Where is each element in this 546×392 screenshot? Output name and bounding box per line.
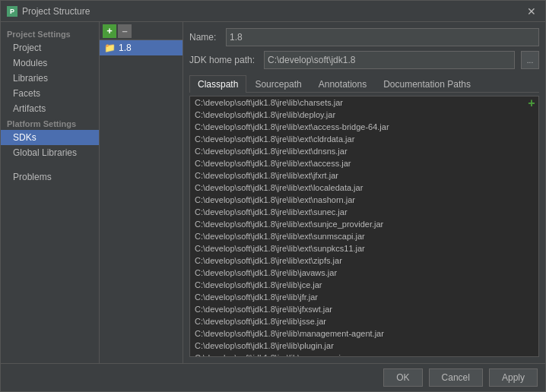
tab-classpath[interactable]: Classpath <box>189 75 246 93</box>
classpath-area: C:\develop\soft\jdk1.8\jre\lib\charsets.… <box>189 96 539 357</box>
platform-settings-label: Platform Settings <box>1 116 99 130</box>
jdk-row: JDK home path: ... <box>189 51 539 69</box>
jdk-path-input[interactable] <box>264 51 515 69</box>
dialog-title: Project Structure <box>22 6 90 17</box>
classpath-item[interactable]: C:\develop\soft\jdk1.8\jre\lib\ext\sunpk… <box>190 242 538 254</box>
classpath-list: C:\develop\soft\jdk1.8\jre\lib\charsets.… <box>189 96 539 357</box>
classpath-item[interactable]: C:\develop\soft\jdk1.8\jre\lib\jce.jar <box>190 279 538 291</box>
classpath-item[interactable]: C:\develop\soft\jdk1.8\jre\lib\ext\acces… <box>190 121 538 133</box>
cancel-button[interactable]: Cancel <box>429 368 483 387</box>
classpath-item[interactable]: C:\develop\soft\jdk1.8\jre\lib\ext\sunec… <box>190 206 538 218</box>
tab-documentation-paths[interactable]: Documentation Paths <box>375 75 479 93</box>
sidebar: Project Settings Project Modules Librari… <box>1 22 100 363</box>
classpath-item[interactable]: C:\develop\soft\jdk1.8\jre\lib\ext\local… <box>190 182 538 194</box>
name-row: Name: <box>189 28 539 46</box>
project-structure-dialog: P Project Structure ✕ Project Settings P… <box>0 0 546 392</box>
title-bar-left: P Project Structure <box>7 6 90 17</box>
main-content: Project Settings Project Modules Librari… <box>1 22 545 363</box>
classpath-item[interactable]: C:\develop\soft\jdk1.8\jre\lib\plugin.ja… <box>190 340 538 352</box>
classpath-item[interactable]: C:\develop\soft\jdk1.8\jre\lib\ext\acces… <box>190 157 538 169</box>
classpath-item[interactable]: C:\develop\soft\jdk1.8\jre\lib\ext\jfxrt… <box>190 169 538 182</box>
remove-sdk-button[interactable]: – <box>118 24 132 38</box>
bottom-bar: OK Cancel Apply <box>1 363 545 391</box>
jdk-label: JDK home path: <box>189 55 258 65</box>
classpath-item[interactable]: C:\develop\soft\jdk1.8\jre\lib\jfxswt.ja… <box>190 303 538 315</box>
sidebar-item-facets[interactable]: Facets <box>1 86 99 101</box>
classpath-item[interactable]: C:\develop\soft\jdk1.8\jre\lib\managemen… <box>190 327 538 340</box>
tab-annotations[interactable]: Annotations <box>310 75 375 93</box>
name-input[interactable] <box>226 28 539 46</box>
sdk-toolbar: + – <box>100 22 183 40</box>
classpath-item[interactable]: C:\develop\soft\jdk1.8\jre\lib\ext\nasho… <box>190 194 538 206</box>
classpath-item[interactable]: C:\develop\soft\jdk1.8\jre\lib\ext\zipfs… <box>190 254 538 267</box>
classpath-item[interactable]: C:\develop\soft\jdk1.8\jre\lib\ext\sunjc… <box>190 218 538 230</box>
classpath-item[interactable]: C:\develop\soft\jdk1.8\jre\lib\javaws.ja… <box>190 267 538 279</box>
sdk-item-label: 1.8 <box>119 43 132 53</box>
sidebar-item-global-libraries[interactable]: Global Libraries <box>1 145 99 160</box>
tabs-bar: Classpath Sourcepath Annotations Documen… <box>189 75 539 93</box>
name-label: Name: <box>189 32 220 43</box>
close-button[interactable]: ✕ <box>524 5 539 17</box>
classpath-item[interactable]: C:\develop\soft\jdk1.8\jre\lib\ext\dnsns… <box>190 145 538 157</box>
sidebar-item-problems[interactable]: Problems <box>1 169 99 185</box>
sdk-panel: + – 📁 1.8 <box>100 22 183 363</box>
jdk-browse-button[interactable]: ... <box>521 51 539 69</box>
classpath-add-button[interactable]: + <box>524 96 539 111</box>
add-sdk-button[interactable]: + <box>103 24 116 38</box>
sidebar-item-modules[interactable]: Modules <box>1 55 99 71</box>
sidebar-item-libraries[interactable]: Libraries <box>1 71 99 86</box>
apply-button[interactable]: Apply <box>489 368 538 387</box>
sidebar-item-artifacts[interactable]: Artifacts <box>1 101 99 116</box>
folder-icon: 📁 <box>104 43 116 53</box>
sdk-item[interactable]: 📁 1.8 <box>100 40 183 55</box>
title-bar: P Project Structure ✕ <box>1 1 545 22</box>
sidebar-item-project[interactable]: Project <box>1 40 99 55</box>
project-settings-label: Project Settings <box>1 27 99 40</box>
sdk-list: 📁 1.8 <box>100 40 183 363</box>
classpath-item[interactable]: C:\develop\soft\jdk1.8\jre\lib\jfr.jar <box>190 291 538 303</box>
classpath-item[interactable]: C:\develop\soft\jdk1.8\jre\lib\resources… <box>190 352 538 357</box>
classpath-item[interactable]: C:\develop\soft\jdk1.8\jre\lib\ext\cldrd… <box>190 133 538 145</box>
classpath-item[interactable]: C:\develop\soft\jdk1.8\jre\lib\charsets.… <box>190 96 538 109</box>
classpath-item[interactable]: C:\develop\soft\jdk1.8\jre\lib\ext\sunms… <box>190 230 538 242</box>
app-icon: P <box>7 6 17 17</box>
classpath-item[interactable]: C:\develop\soft\jdk1.8\jre\lib\jsse.jar <box>190 315 538 327</box>
ok-button[interactable]: OK <box>383 368 422 387</box>
sidebar-item-sdks[interactable]: SDKs <box>1 130 99 145</box>
right-panel: Name: JDK home path: ... Classpath Sourc… <box>183 22 545 363</box>
tab-sourcepath[interactable]: Sourcepath <box>246 75 310 93</box>
classpath-item[interactable]: C:\develop\soft\jdk1.8\jre\lib\deploy.ja… <box>190 109 538 121</box>
